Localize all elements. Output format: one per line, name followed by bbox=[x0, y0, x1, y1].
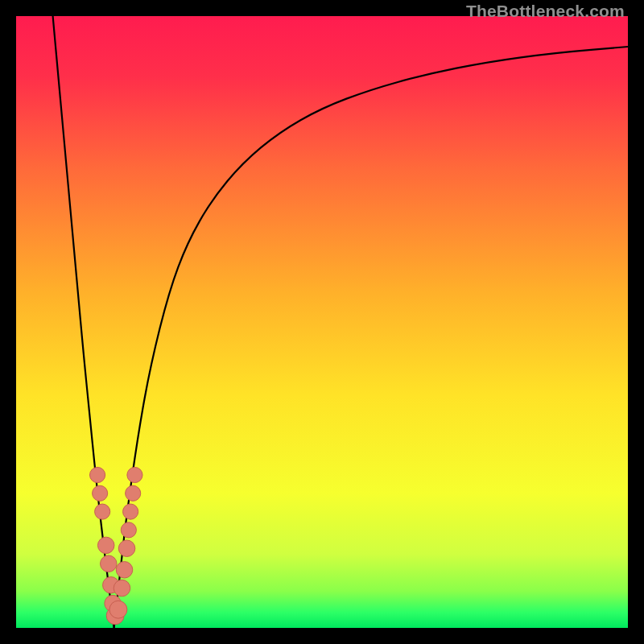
marker-dot bbox=[114, 580, 130, 597]
marker-dot bbox=[93, 485, 108, 501]
watermark-text: TheBottleneck.com bbox=[466, 2, 625, 21]
marker-dot bbox=[121, 522, 136, 538]
marker-dot bbox=[123, 504, 138, 519]
marker-dot bbox=[97, 537, 114, 554]
marker-dot bbox=[101, 555, 118, 572]
marker-dot bbox=[118, 540, 135, 557]
gradient-background bbox=[16, 16, 628, 628]
marker-dot bbox=[126, 485, 141, 501]
marker-dot bbox=[90, 467, 105, 482]
bottleneck-chart bbox=[16, 16, 628, 628]
chart-frame bbox=[16, 16, 628, 628]
marker-dot bbox=[109, 601, 127, 618]
marker-dot bbox=[95, 504, 110, 519]
marker-dot bbox=[116, 562, 133, 579]
marker-dot bbox=[127, 467, 142, 482]
